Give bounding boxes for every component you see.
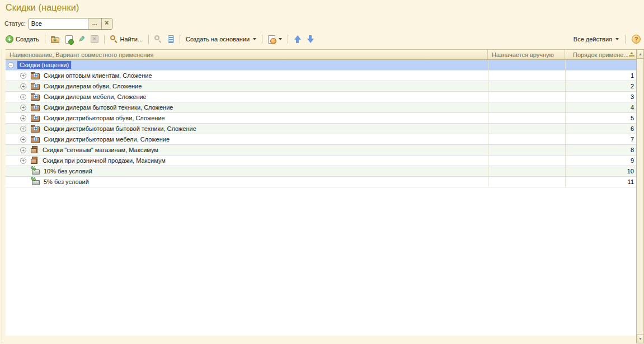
- move-down-button[interactable]: [305, 35, 315, 44]
- help-question-icon: ?: [632, 35, 641, 44]
- arrow-up-icon: [294, 35, 301, 44]
- folder-plus-icon: +: [51, 36, 60, 43]
- cell-manual: [488, 102, 565, 112]
- vertical-scrollbar[interactable]: ▲ ▼: [636, 49, 644, 343]
- move-up-button[interactable]: [293, 35, 302, 44]
- status-choose-button[interactable]: ...: [88, 18, 101, 29]
- chevron-down-icon: [279, 38, 282, 40]
- cell-manual: [488, 177, 565, 187]
- status-filter: Статус: Все ... ×: [4, 17, 112, 30]
- copy-item-button[interactable]: [64, 35, 74, 44]
- toolbar-separator: [625, 35, 626, 44]
- cell-manual: [488, 145, 565, 155]
- reports-menu-button[interactable]: [267, 35, 283, 44]
- column-header-name[interactable]: Наименование, Вариант совместного примен…: [6, 50, 488, 59]
- form-border: [2, 49, 2, 343]
- row-name: 10% без условий: [44, 168, 92, 175]
- discount-group-icon: +: [31, 114, 40, 122]
- cell-order: 8: [565, 145, 636, 155]
- sort-ascending-icon: [629, 52, 634, 57]
- all-actions-button[interactable]: Все действия: [572, 35, 620, 43]
- table-row[interactable]: % 10% без условий 10: [6, 166, 636, 177]
- status-clear-button[interactable]: ×: [101, 18, 112, 29]
- table-row[interactable]: % 5% без условий 11: [6, 177, 636, 187]
- cell-order: 11: [565, 177, 636, 187]
- table-row[interactable]: + + Скидки дилерам бытовой техники, Слож…: [6, 102, 636, 113]
- table-row[interactable]: + Скидки при розничной продажи, Максимум…: [6, 155, 636, 166]
- expand-icon[interactable]: +: [20, 105, 26, 111]
- row-name: Скидки "сетевым" магазинам, Максимум: [43, 147, 158, 153]
- cell-manual: [488, 166, 565, 176]
- table-row-root[interactable]: − Скидки (наценки): [6, 60, 636, 70]
- status-label: Статус:: [4, 20, 26, 27]
- row-name: Скидки оптовым клиентам, Сложение: [44, 72, 152, 79]
- discount-group-icon: +: [31, 72, 40, 79]
- cell-order: 9: [565, 155, 636, 166]
- discount-folder-icon: [31, 146, 39, 154]
- toolbar: + Создать + ✎ × Найти... Создать на осно…: [4, 33, 315, 45]
- row-name: 5% без условий: [44, 178, 89, 185]
- expand-icon[interactable]: +: [20, 83, 26, 89]
- plus-circle-icon: +: [6, 35, 13, 43]
- cell-order: 2: [565, 81, 636, 91]
- cell-order: 6: [565, 124, 636, 134]
- toolbar-separator: [180, 35, 180, 44]
- table-row[interactable]: + Скидки "сетевым" магазинам, Максимум 8: [6, 145, 636, 155]
- chevron-down-icon: [253, 38, 256, 40]
- find-button[interactable]: Найти...: [109, 35, 144, 44]
- column-header-order-label: Порядок примене...: [569, 51, 629, 58]
- expand-icon[interactable]: +: [20, 94, 26, 100]
- expand-icon[interactable]: +: [20, 115, 26, 121]
- chevron-down-icon: [615, 38, 619, 40]
- create-based-on-button[interactable]: Создать на основании: [185, 35, 257, 43]
- cell-manual: [488, 70, 565, 81]
- row-name: Скидки при розничной продажи, Максимум: [43, 157, 166, 164]
- cell-manual: [488, 134, 565, 144]
- create-group-button[interactable]: +: [50, 35, 61, 44]
- toolbar-separator: [288, 35, 288, 44]
- status-input[interactable]: Все: [29, 18, 88, 29]
- table-row[interactable]: + + Скидки оптовым клиентам, Сложение 1: [6, 70, 636, 81]
- toolbar-right: Все действия ?: [572, 33, 642, 45]
- toolbar-separator: [148, 35, 149, 44]
- row-name: Скидки дистрибьюторам мебели, Сложение: [44, 136, 170, 143]
- cell-manual: [488, 124, 565, 134]
- expand-icon[interactable]: +: [20, 158, 26, 164]
- expand-icon[interactable]: +: [20, 147, 26, 153]
- pencil-icon: ✎: [78, 35, 85, 44]
- table-row[interactable]: + + Скидки дилерам обуви, Сложение 2: [6, 81, 636, 92]
- search-icon: [110, 35, 118, 43]
- column-header-manual[interactable]: Назначается вручную: [488, 50, 565, 59]
- help-button[interactable]: ?: [631, 34, 642, 44]
- configure-list-button[interactable]: [167, 35, 175, 44]
- document-clock-icon: [268, 35, 275, 44]
- scroll-down-button[interactable]: ▼: [637, 334, 644, 343]
- row-name: Скидки дилерам бытовой техники, Сложение: [44, 104, 173, 111]
- expand-icon[interactable]: +: [20, 136, 26, 143]
- table-header: Наименование, Вариант совместного примен…: [6, 49, 636, 60]
- create-based-on-label: Создать на основании: [186, 36, 250, 43]
- collapse-icon[interactable]: −: [8, 62, 14, 68]
- delete-x-icon: ×: [91, 35, 98, 43]
- column-header-order[interactable]: Порядок примене...: [565, 50, 636, 59]
- search-cancel-icon: [154, 35, 162, 43]
- down-triangle-icon: ▼: [638, 337, 642, 341]
- expand-icon[interactable]: +: [20, 126, 26, 132]
- toolbar-separator: [262, 35, 262, 44]
- edit-button[interactable]: ✎: [77, 34, 86, 44]
- cell-order: 5: [565, 113, 636, 123]
- table-row[interactable]: + + Скидки дистрибьюторам обуви, Сложени…: [6, 113, 636, 124]
- cell-manual: [488, 113, 565, 123]
- table-row[interactable]: + + Скидки дистрибьюторам мебели, Сложен…: [6, 134, 636, 145]
- create-button[interactable]: + Создать: [4, 35, 40, 44]
- cell-manual: [488, 92, 565, 102]
- discount-group-icon: +: [31, 135, 40, 143]
- expand-icon[interactable]: +: [20, 73, 26, 79]
- table-row[interactable]: + + Скидки дилерам мебели, Сложение 3: [6, 92, 636, 102]
- cell-manual: [488, 155, 565, 166]
- scroll-up-button[interactable]: ▲: [637, 49, 644, 59]
- find-label: Найти...: [120, 36, 143, 43]
- table-row[interactable]: + + Скидки дистрибьюторам бытовой техник…: [6, 124, 636, 134]
- cell-order: 4: [565, 102, 636, 112]
- cell-order: [565, 60, 636, 70]
